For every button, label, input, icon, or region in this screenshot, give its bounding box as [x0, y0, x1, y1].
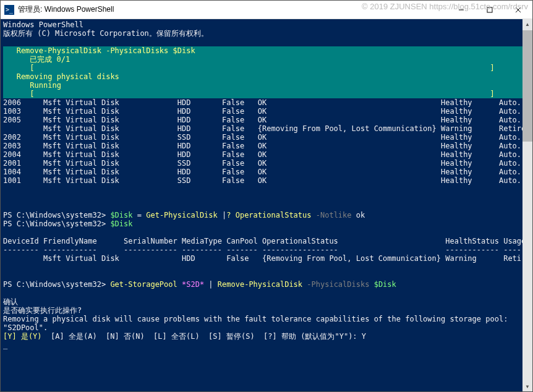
progress-status: 已完成 0/1	[3, 55, 70, 64]
result-sep: -------- ------------ ------------ -----…	[3, 245, 526, 254]
scroll-up-icon[interactable]: ▲	[522, 19, 532, 29]
cmd3-pipe: |	[208, 280, 213, 289]
cmd1-cmdlet: Get-PhysicalDisk	[146, 211, 218, 219]
result-header: DeviceId FriendlyName SerialNumber Media…	[3, 237, 526, 245]
maximize-icon	[487, 7, 493, 13]
scroll-down-icon[interactable]: ▼	[522, 381, 532, 391]
progress-overlay: Remove-PhysicalDisk -PhysicalDisks $Disk…	[3, 46, 530, 98]
progress-cmd: Remove-PhysicalDisk -PhysicalDisks $Disk	[3, 46, 195, 55]
cmd1-var: $Disk	[110, 211, 132, 219]
progress-sub: Removing physical disks	[3, 72, 119, 81]
scrollbar-thumb[interactable]	[522, 30, 532, 142]
console-output[interactable]: Windows PowerShell 版权所有 (C) Microsoft Co…	[1, 19, 532, 391]
cmd3-var: $Disk	[374, 280, 396, 289]
cursor: _	[3, 341, 7, 349]
close-button[interactable]	[504, 1, 532, 19]
window-title: 管理员: Windows PowerShell	[18, 4, 447, 15]
confirm-title: 确认	[3, 297, 18, 306]
cmd1-op: -Notlike	[316, 211, 352, 219]
cmd3-cmdlet2: Remove-PhysicalDisk	[213, 280, 307, 289]
minimize-button[interactable]	[447, 1, 475, 19]
disk-table: 2006 Msft Virtual Disk HDD False OK Heal…	[3, 98, 530, 185]
close-icon	[515, 7, 521, 13]
confirm-yes: [Y] 是(Y)	[3, 332, 42, 341]
confirm-msg2: "S2DPool".	[3, 323, 48, 332]
cmd3-param: -PhysicalDisks	[307, 280, 373, 289]
cmd2-var: $Disk	[110, 219, 132, 228]
powershell-window: >_ 管理员: Windows PowerShell Windows Power…	[0, 0, 533, 392]
result-row: Msft Virtual Disk HDD False {Removing Fr…	[3, 254, 532, 263]
progress-bar-2: [ ]	[3, 90, 495, 98]
ps-header-2: 版权所有 (C) Microsoft Corporation。保留所有权利。	[3, 29, 208, 38]
confirm-options: [A] 全是(A) [N] 否(N) [L] 全否(L) [S] 暂停(S) […	[42, 332, 366, 341]
prompt-1: PS C:\Windows\system32>	[3, 211, 110, 219]
maximize-button[interactable]	[475, 1, 504, 19]
prompt-2: PS C:\Windows\system32>	[3, 219, 110, 228]
cmd3-arg1: *S2D*	[177, 280, 209, 289]
confirm-question: 是否确实要执行此操作?	[3, 306, 82, 315]
cmd3-cmdlet1: Get-StoragePool	[110, 280, 177, 289]
titlebar[interactable]: >_ 管理员: Windows PowerShell	[1, 1, 532, 19]
progress-running: Running	[3, 81, 61, 90]
prompt-3: PS C:\Windows\system32>	[3, 280, 110, 289]
cmd1-eq: =	[133, 211, 147, 219]
cmd1-arg: ok	[352, 211, 365, 219]
vertical-scrollbar[interactable]: ▲ ▼	[522, 19, 532, 391]
cmd1-pipe: |	[218, 211, 226, 219]
progress-bar-1: [ ]	[3, 64, 495, 72]
confirm-msg1: Removing a physical disk will cause prob…	[3, 315, 508, 323]
minimize-icon	[458, 7, 464, 13]
svg-rect-1	[487, 7, 492, 12]
ps-header-1: Windows PowerShell	[3, 20, 83, 29]
cmd1-where: ? OperationalStatus	[226, 211, 316, 219]
powershell-icon: >_	[4, 5, 14, 15]
window-controls	[447, 1, 532, 19]
